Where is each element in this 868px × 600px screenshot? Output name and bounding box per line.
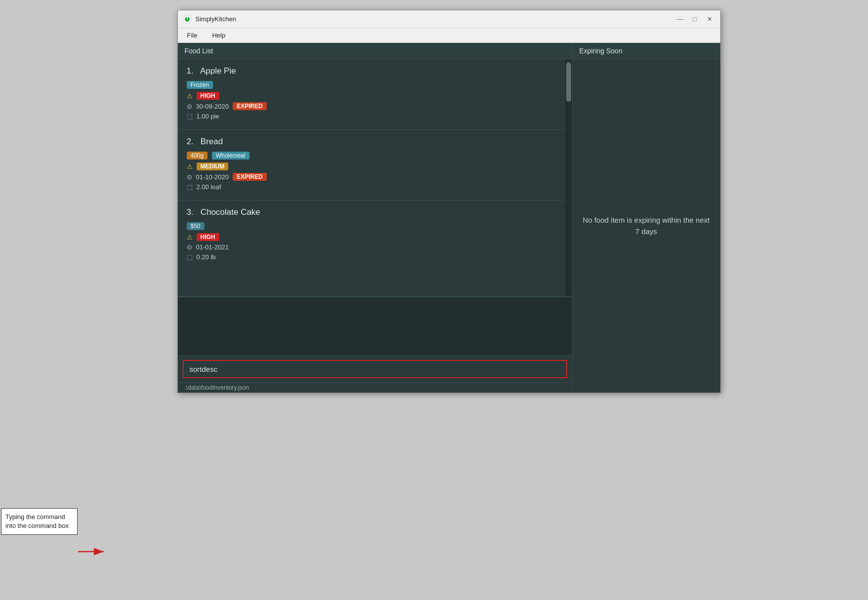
- food-tags: $50: [187, 221, 556, 233]
- food-item-name: 3. Chocolate Cake: [187, 207, 556, 217]
- date-row: ⊙ 30-09-2020 EXPIRED: [187, 102, 556, 110]
- menu-help[interactable]: Help: [209, 30, 228, 40]
- quantity-row: ⬚ 0.20 lb: [187, 253, 556, 261]
- tag-400g: 400g: [187, 152, 208, 160]
- alert-icon: [187, 92, 193, 100]
- tag-frozen: Frozen: [187, 81, 213, 89]
- food-list-header: Food List: [178, 43, 572, 59]
- svg-rect-4: [187, 16, 188, 19]
- table-row[interactable]: 3. Chocolate Cake $50 HIGH ⊙ 01-01-: [178, 200, 565, 270]
- food-quantity: 2.00 loaf: [197, 183, 221, 191]
- clock-icon: ⊙: [187, 103, 192, 110]
- command-box-wrapper: [178, 356, 572, 382]
- food-tags: 400g Wholemeal: [187, 151, 556, 162]
- command-input[interactable]: [183, 360, 567, 378]
- annotation-text: Typing the command into the command box: [5, 513, 69, 529]
- menubar: File Help: [178, 28, 720, 43]
- priority-row: HIGH: [187, 92, 556, 100]
- clock-icon: ⊙: [187, 243, 192, 251]
- alert-icon: [187, 234, 193, 241]
- titlebar: SimplyKitchen — □ ✕: [178, 10, 720, 28]
- expired-badge: EXPIRED: [233, 173, 267, 181]
- food-date: 01-10-2020: [196, 173, 229, 181]
- weight-icon: ⬚: [187, 183, 193, 191]
- weight-icon: ⬚: [187, 113, 193, 120]
- alert-icon: [187, 163, 193, 170]
- expired-badge: EXPIRED: [233, 102, 267, 110]
- priority-row: MEDIUM: [187, 162, 556, 170]
- scrollbar-track[interactable]: [565, 59, 572, 296]
- annotation-arrow: [78, 547, 108, 556]
- annotation-box: Typing the command into the command box: [1, 508, 78, 535]
- no-expiry-message: No food item is expiring within the next…: [582, 215, 710, 237]
- priority-row: HIGH: [187, 233, 556, 241]
- close-button[interactable]: ✕: [704, 14, 715, 25]
- tag-wholemeal: Wholemeal: [212, 152, 249, 160]
- window-controls: — □ ✕: [675, 14, 715, 25]
- food-quantity: 1.00 pie: [197, 113, 219, 120]
- food-item-name: 1. Apple Pie: [187, 66, 556, 76]
- food-item-name: 2. Bread: [187, 137, 556, 147]
- left-panel: Food List 1. Apple Pie Frozen: [178, 43, 572, 393]
- priority-badge: HIGH: [197, 233, 219, 241]
- menu-file[interactable]: File: [185, 30, 200, 40]
- app-window: SimplyKitchen — □ ✕ File Help Food List …: [177, 10, 721, 393]
- tag-price: $50: [187, 222, 205, 230]
- table-row[interactable]: 1. Apple Pie Frozen HIGH ⊙ 30-09-20: [178, 59, 565, 130]
- weight-icon: ⬚: [187, 253, 193, 261]
- date-row: ⊙ 01-01-2021: [187, 243, 556, 251]
- expiring-soon-content: No food item is expiring within the next…: [573, 59, 720, 393]
- priority-badge: MEDIUM: [197, 162, 229, 170]
- food-quantity: 0.20 lb: [197, 253, 216, 261]
- app-title: SimplyKitchen: [196, 15, 675, 23]
- status-bar: .\data\foodInventory.json: [178, 382, 572, 393]
- table-row[interactable]: 2. Bread 400g Wholemeal MEDIUM ⊙: [178, 130, 565, 200]
- food-tags: Frozen: [187, 80, 556, 92]
- maximize-button[interactable]: □: [690, 14, 701, 25]
- right-panel: Expiring Soon No food item is expiring w…: [572, 43, 720, 393]
- food-date: 30-09-2020: [196, 103, 229, 110]
- food-date: 01-01-2021: [196, 243, 229, 251]
- food-list-scroll: 1. Apple Pie Frozen HIGH ⊙ 30-09-20: [178, 59, 572, 296]
- date-row: ⊙ 01-10-2020 EXPIRED: [187, 173, 556, 181]
- quantity-row: ⬚ 2.00 loaf: [187, 183, 556, 191]
- food-list: 1. Apple Pie Frozen HIGH ⊙ 30-09-20: [178, 59, 565, 296]
- output-area: [178, 296, 572, 356]
- expiring-soon-header: Expiring Soon: [573, 43, 720, 59]
- scrollbar-thumb[interactable]: [566, 62, 571, 102]
- quantity-row: ⬚ 1.00 pie: [187, 113, 556, 120]
- main-content: Food List 1. Apple Pie Frozen: [178, 43, 720, 393]
- priority-badge: HIGH: [197, 92, 219, 100]
- app-icon: [183, 15, 192, 24]
- clock-icon: ⊙: [187, 173, 192, 181]
- minimize-button[interactable]: —: [675, 14, 686, 25]
